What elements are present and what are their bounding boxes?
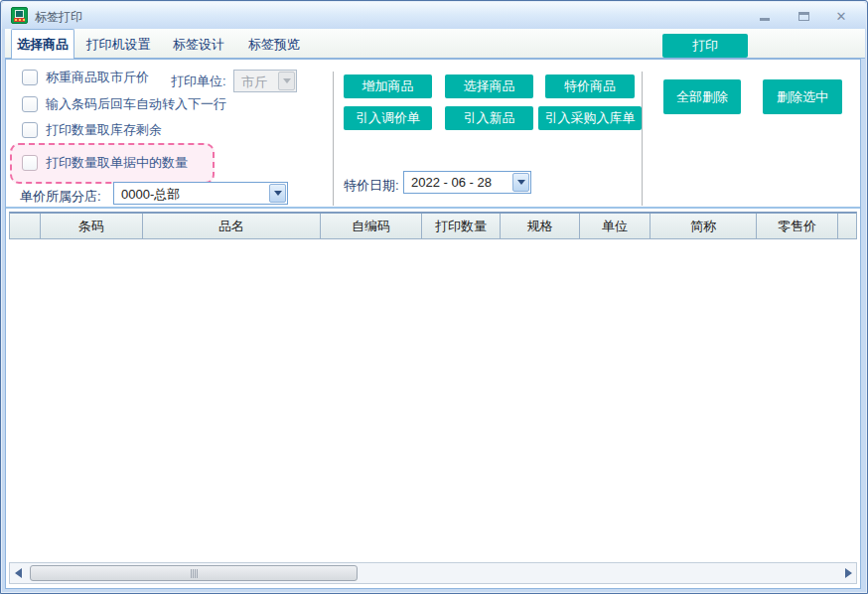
checkbox-label: 称重商品取市斤价	[46, 69, 149, 86]
add-item-button[interactable]: 增加商品	[344, 74, 432, 98]
delete-selected-button[interactable]: 删除选中	[763, 79, 842, 114]
column-header-short-name[interactable]: 简称	[651, 214, 757, 238]
option-row: 打印数量取单据中的数量	[22, 154, 188, 171]
titlebar: 标签打印 ✕	[2, 2, 866, 29]
select-goods-panel: 称重商品取市斤价 输入条码后回车自动转入下一行 打印数量取库存剩余 打印数量取单…	[5, 59, 861, 589]
special-price-item-button[interactable]: 特价商品	[545, 74, 635, 98]
checkbox-label: 输入条码后回车自动转入下一行	[46, 95, 226, 113]
checkbox-qty-from-stock[interactable]	[22, 122, 38, 138]
option-row: 输入条码后回车自动转入下一行	[22, 95, 226, 112]
print-unit-combo: 市斤	[233, 70, 297, 92]
maximize-button[interactable]	[792, 7, 815, 25]
close-button[interactable]: ✕	[829, 7, 853, 25]
thumb-grip-icon	[197, 569, 198, 578]
minimize-button[interactable]	[753, 7, 777, 25]
option-row: 称重商品取市斤价	[22, 69, 149, 85]
import-purchase-order-button[interactable]: 引入采购入库单	[538, 106, 642, 130]
tab-label-design[interactable]: 标签设计	[162, 31, 235, 59]
close-icon: ✕	[836, 9, 847, 24]
date-dropdown-button[interactable]	[512, 173, 529, 192]
chevron-down-icon	[283, 78, 291, 83]
column-header-print-qty[interactable]: 打印数量	[422, 214, 501, 238]
tab-strip: 选择商品 打印机设置 标签设计 标签预览 打印	[5, 29, 865, 59]
special-date-label: 特价日期:	[344, 177, 399, 195]
column-header-name[interactable]: 品名	[143, 214, 321, 238]
branch-dropdown-button[interactable]	[269, 184, 286, 203]
checkbox-barcode-enter-next-line[interactable]	[22, 96, 38, 112]
column-header-unit[interactable]: 单位	[580, 214, 651, 238]
window-title: 标签打印	[35, 9, 82, 26]
select-item-button[interactable]: 选择商品	[445, 74, 533, 98]
print-unit-dropdown-button	[278, 72, 295, 90]
chevron-down-icon	[274, 191, 282, 196]
checkbox-label: 打印数量取库存剩余	[46, 121, 162, 139]
table-body[interactable]	[9, 239, 857, 560]
option-row: 打印数量取库存剩余	[22, 121, 162, 138]
table-header: 条码 品名 自编码 打印数量 规格 单位 简称 零售价	[9, 212, 857, 239]
column-header-barcode[interactable]: 条码	[41, 214, 143, 238]
vertical-divider	[333, 72, 334, 206]
branch-combo[interactable]: 0000-总部	[113, 182, 288, 205]
column-header-indicator	[10, 214, 41, 238]
print-unit-label: 打印单位:	[171, 73, 226, 90]
maximize-icon	[798, 12, 809, 21]
scroll-left-icon	[15, 568, 22, 578]
app-window: 标签打印 ✕ 选择商品 打印机设置 标签设计 标签预览 打印 称重商品取市斤价 …	[0, 0, 868, 594]
chevron-down-icon	[517, 180, 525, 185]
thumb-grip-icon	[191, 569, 192, 578]
tab-label-preview[interactable]: 标签预览	[237, 31, 311, 59]
tab-printer-settings[interactable]: 打印机设置	[76, 31, 160, 59]
scroll-right-button[interactable]	[840, 563, 856, 583]
column-header-retail-price[interactable]: 零售价	[757, 214, 838, 238]
branch-value: 0000-总部	[121, 186, 180, 204]
column-header-spec[interactable]: 规格	[501, 214, 580, 238]
app-icon	[11, 7, 28, 24]
vertical-divider	[642, 72, 643, 206]
print-unit-value: 市斤	[241, 74, 267, 91]
tab-select-goods[interactable]: 选择商品	[11, 29, 74, 59]
special-date-picker[interactable]: 2022 - 06 - 28	[403, 171, 531, 194]
import-price-adjust-button[interactable]: 引入调价单	[344, 106, 432, 130]
special-date-value: 2022 - 06 - 28	[411, 175, 492, 190]
column-header-custom-code[interactable]: 自编码	[321, 214, 422, 238]
branch-label: 单价所属分店:	[20, 188, 101, 206]
delete-all-button[interactable]: 全部删除	[663, 79, 741, 114]
scroll-left-button[interactable]	[10, 563, 26, 583]
print-button[interactable]: 打印	[662, 34, 748, 58]
column-header-filler	[838, 214, 856, 238]
thumb-grip-icon	[193, 569, 194, 578]
horizontal-scrollbar[interactable]	[9, 562, 857, 584]
checkbox-label: 打印数量取单据中的数量	[46, 154, 188, 172]
scrollbar-thumb[interactable]	[30, 565, 358, 581]
checkbox-weighed-goods-price[interactable]	[22, 70, 38, 85]
import-new-item-button[interactable]: 引入新品	[445, 106, 533, 130]
checkbox-qty-from-document[interactable]	[22, 155, 38, 171]
scroll-right-icon	[845, 568, 852, 578]
minimize-icon	[760, 18, 770, 21]
thumb-grip-icon	[195, 569, 196, 578]
horizontal-separator	[6, 207, 860, 209]
